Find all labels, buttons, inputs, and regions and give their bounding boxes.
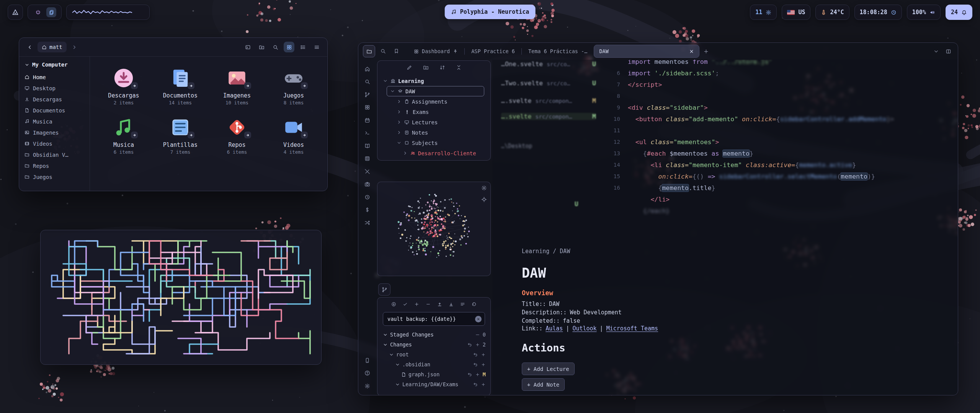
graph-settings-icon[interactable]	[481, 185, 487, 192]
discard-icon[interactable]	[467, 342, 472, 347]
stage-icon[interactable]	[475, 342, 480, 347]
link-outlook[interactable]: Outlook	[572, 325, 596, 332]
open-terminal-button[interactable]	[242, 42, 253, 52]
sort-icon[interactable]	[439, 65, 445, 72]
graph-focus-icon[interactable]	[481, 197, 487, 204]
link-aulas[interactable]: Aulas	[546, 325, 563, 332]
folder-juegos[interactable]: Juegos 8 items	[265, 66, 322, 106]
sidebar-item-desktop[interactable]: Desktop	[24, 83, 86, 94]
explorer-item-subjects[interactable]: Subjects	[380, 138, 488, 148]
back-button[interactable]	[24, 42, 34, 52]
weather-widget[interactable]: 24°C	[815, 5, 849, 20]
add-lecture-button[interactable]: + Add Lecture	[522, 363, 575, 375]
sidebar-item-obsidian-vault[interactable]: Obsidian V…	[24, 149, 86, 160]
clock-icon[interactable]	[363, 193, 371, 201]
list-view-button[interactable]	[297, 42, 308, 52]
staged-changes-section[interactable]: Staged Changes 0	[381, 330, 487, 340]
graph-view[interactable]	[377, 182, 490, 275]
folder-musica[interactable]: Musica 6 items	[95, 115, 152, 155]
power-icon[interactable]	[33, 7, 43, 17]
sidebar-item-musica[interactable]: Musica	[24, 116, 86, 127]
book-open-icon[interactable]	[363, 142, 371, 150]
new-tab-button[interactable]	[701, 46, 711, 56]
new-folder-icon[interactable]	[423, 65, 429, 72]
discard-icon[interactable]	[467, 372, 472, 377]
dice-icon[interactable]	[363, 155, 371, 163]
smartphone-icon[interactable]	[363, 356, 371, 364]
discard-icon[interactable]	[473, 382, 478, 387]
backup-icon[interactable]	[391, 301, 396, 308]
stage-icon[interactable]	[475, 372, 480, 377]
editor-pane[interactable]: …One.svelte src/co… U …Two.svelte src/co…	[492, 60, 958, 395]
explorer-item-daw[interactable]: DAW	[387, 86, 484, 96]
explorer-item-notes[interactable]: Notes	[380, 127, 488, 138]
git-tree-root[interactable]: root	[381, 350, 487, 359]
shuffle-icon[interactable]	[363, 219, 371, 226]
stage-icon[interactable]	[481, 362, 486, 367]
help-circle-icon[interactable]	[363, 369, 371, 377]
search-button[interactable]	[270, 42, 281, 52]
collapse-all-icon[interactable]	[456, 65, 462, 72]
bookmarks-view-tab[interactable]	[390, 45, 402, 57]
files-view-tab[interactable]	[363, 45, 375, 57]
refresh-icon[interactable]	[472, 301, 477, 308]
commit-icon[interactable]	[403, 301, 408, 308]
unstage-icon[interactable]	[475, 332, 480, 337]
new-note-icon[interactable]	[407, 65, 412, 72]
link-off-icon[interactable]	[363, 167, 371, 175]
settings-icon[interactable]	[363, 382, 371, 390]
note-breadcrumb[interactable]: Learning / DAW	[522, 248, 570, 255]
discard-icon[interactable]	[473, 362, 478, 367]
stage-icon[interactable]	[481, 382, 486, 387]
commit-message-input[interactable]: vault backup: {{date}} ✕	[383, 312, 485, 326]
forward-button[interactable]	[70, 42, 80, 52]
workspace-indicator[interactable]	[66, 5, 150, 20]
terminal-icon[interactable]	[363, 129, 371, 137]
new-folder-button[interactable]	[256, 42, 267, 52]
tab-list-button[interactable]	[931, 46, 941, 56]
explorer-item-lectures[interactable]: Lectures	[380, 117, 488, 127]
folder-videos[interactable]: Videos 4 items	[265, 115, 322, 155]
folder-imagenes[interactable]: Imagenes 10 items	[209, 66, 265, 106]
home-icon[interactable]	[363, 65, 371, 73]
close-tab-icon[interactable]	[689, 49, 694, 54]
change-list-icon[interactable]	[460, 301, 465, 308]
pull-icon[interactable]	[449, 301, 454, 308]
git-branch-icon[interactable]	[363, 91, 371, 98]
search-icon[interactable]	[363, 78, 371, 86]
add-note-button[interactable]: + Add Note	[522, 378, 565, 391]
sidebar-item-juegos[interactable]: Juegos	[24, 171, 86, 182]
sidebar-item-documentos[interactable]: Documentos	[24, 105, 86, 116]
layout-grid-icon[interactable]	[363, 104, 371, 111]
tab-tema-practicas[interactable]: Tema 6 Prácticas -…	[523, 45, 592, 57]
search-view-tab[interactable]	[377, 45, 389, 57]
volume-widget[interactable]: 100%	[907, 5, 941, 20]
sidebar-item-home[interactable]: Home	[24, 72, 86, 83]
split-layout-button[interactable]	[943, 46, 953, 56]
grid-view-button[interactable]	[284, 42, 294, 52]
camera-icon[interactable]	[363, 180, 371, 188]
link-microsoft-teams[interactable]: Microsoft Teams	[606, 325, 658, 332]
sidebar-item-descargas[interactable]: Descargas	[24, 94, 86, 105]
explorer-item-learning[interactable]: Learning	[380, 76, 488, 86]
explorer-item-exams[interactable]: ! Exams	[380, 107, 488, 117]
calendar-icon[interactable]	[363, 116, 371, 124]
tab-daw[interactable]: DAW	[594, 45, 699, 58]
folder-plantillas[interactable]: Plantillas 7 items	[152, 115, 209, 155]
sidebar-item-videos[interactable]: Videos	[24, 138, 86, 149]
keyboard-layout-widget[interactable]: US	[782, 5, 810, 20]
tab-dashboard[interactable]: Dashboard	[409, 45, 463, 57]
folder-descargas[interactable]: Descargas 2 items	[95, 66, 152, 106]
sidebar-section-title[interactable]: My Computer	[24, 62, 86, 68]
clock-widget[interactable]: 18:08:28	[854, 5, 902, 20]
clipboard-icon[interactable]	[46, 7, 56, 17]
location-breadcrumb[interactable]: matt	[38, 42, 67, 52]
git-tree-obsidian-folder[interactable]: .obsidian	[381, 359, 487, 369]
unstage-all-icon[interactable]	[426, 301, 431, 308]
git-tree-graph-json[interactable]: graph.json M	[381, 369, 487, 379]
media-widget[interactable]: Polyphia - Neurotica	[445, 5, 536, 19]
discard-icon[interactable]	[473, 352, 478, 357]
folder-documentos[interactable]: Documentos 14 items	[152, 66, 209, 106]
menu-button[interactable]	[311, 42, 322, 52]
stage-all-icon[interactable]	[414, 301, 419, 308]
